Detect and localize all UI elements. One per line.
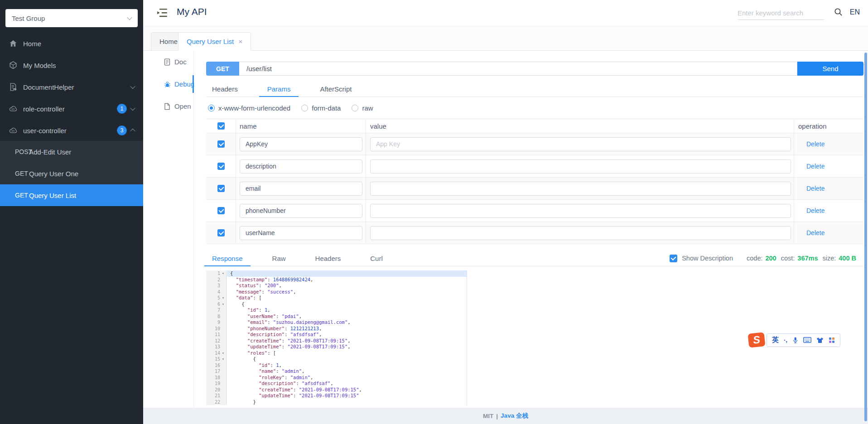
chevron-down-icon: [130, 84, 135, 89]
caret-spacer: [220, 362, 226, 369]
delete-link[interactable]: Delete: [806, 207, 825, 214]
sogou-logo-icon[interactable]: S: [747, 332, 765, 348]
row-checkbox[interactable]: [217, 185, 225, 192]
url-input[interactable]: [239, 62, 797, 76]
group-select[interactable]: Test Group: [5, 9, 138, 27]
mic-icon[interactable]: [792, 337, 798, 344]
line-gutter: 6▾: [206, 301, 227, 308]
fold-caret-icon[interactable]: ▾: [220, 295, 226, 301]
param-name-input[interactable]: [240, 182, 362, 196]
json-code: "message": "success",: [227, 289, 296, 295]
param-value-input[interactable]: [370, 182, 791, 196]
response-tab-headers[interactable]: Headers: [315, 251, 341, 266]
row-checkbox[interactable]: [217, 163, 225, 170]
json-code: "name": "admin",: [227, 368, 304, 375]
ime-language-mode[interactable]: 英: [772, 336, 779, 344]
json-code: "roleKey": "admin",: [227, 375, 313, 381]
delete-link[interactable]: Delete: [806, 229, 825, 236]
fold-caret-icon[interactable]: ▾: [220, 350, 226, 357]
param-value-input[interactable]: [370, 204, 791, 218]
panel-nav-label: Debug: [174, 80, 194, 88]
punctuation-icon[interactable]: ·,: [784, 337, 787, 343]
line-gutter: 22: [206, 399, 227, 405]
radio-raw[interactable]: [352, 105, 358, 111]
row-checkbox[interactable]: [217, 140, 225, 148]
param-value-input[interactable]: [370, 226, 791, 240]
fold-caret-icon[interactable]: ▾: [220, 356, 226, 362]
sidebar-item-documenthelper[interactable]: DocumentHelper: [0, 76, 143, 98]
close-tab-icon[interactable]: ×: [238, 38, 242, 45]
radio-label[interactable]: raw: [362, 104, 373, 112]
json-code: {: [227, 301, 245, 308]
chevron-down-icon: [127, 15, 132, 20]
api-item-query-user-list[interactable]: GETQuery User List: [0, 184, 143, 206]
json-code: "createTime": "2021-09-08T17:09:15",: [227, 387, 362, 393]
json-code: "phoneNumber": 1212121213,: [227, 326, 322, 332]
param-name-input[interactable]: [240, 137, 362, 151]
row-checkbox[interactable]: [217, 207, 225, 214]
menu-fold-icon[interactable]: [157, 8, 168, 18]
show-description-checkbox[interactable]: [670, 255, 677, 262]
param-value-input[interactable]: [370, 159, 791, 173]
line-number: 12: [206, 338, 220, 344]
response-tab-raw[interactable]: Raw: [272, 251, 286, 266]
line-gutter: 17: [206, 368, 227, 375]
ime-toolbar: S 英 ·,: [748, 333, 840, 347]
sidebar-item-role-controller[interactable]: APIrole-controller1: [0, 98, 143, 120]
radio-label[interactable]: form-data: [312, 104, 341, 112]
api-item-add-edit-user[interactable]: POSTAdd-Edit User: [0, 141, 143, 163]
json-code: "status": "200",: [227, 283, 282, 289]
response-tabs: Response Raw Headers Curl Show Descripti…: [206, 251, 863, 266]
apps-grid-icon[interactable]: [829, 337, 835, 343]
param-name-input[interactable]: [240, 159, 362, 173]
search-icon[interactable]: [834, 8, 843, 16]
response-stats: Show Description code: 200 cost: 367ms s…: [670, 255, 863, 262]
chevron-down-icon: [130, 106, 135, 111]
json-line: 4 "message": "success",: [206, 289, 863, 295]
line-number: 6: [206, 301, 220, 308]
json-line: 9 "email": "suzhou.daipeng@gmail.com",: [206, 319, 863, 326]
caret-spacer: [220, 344, 226, 350]
request-tab-headers[interactable]: Headers: [212, 82, 238, 96]
panel-nav-open[interactable]: Open: [143, 95, 193, 117]
method-button[interactable]: GET: [206, 62, 239, 76]
send-button[interactable]: Send: [797, 62, 863, 76]
json-line: 19 "description": "afsdfsaf",: [206, 381, 863, 387]
api-item-query-user-one[interactable]: GETQuery User One: [0, 163, 143, 184]
caret-spacer: [220, 381, 226, 387]
delete-link[interactable]: Delete: [806, 140, 825, 148]
fold-caret-icon[interactable]: ▾: [220, 270, 226, 277]
language-switch[interactable]: EN: [850, 8, 860, 16]
select-all-checkbox[interactable]: [217, 122, 225, 130]
json-code: "data": [: [227, 295, 262, 301]
skin-icon[interactable]: [816, 337, 824, 343]
row-checkbox[interactable]: [217, 229, 225, 236]
footer-link[interactable]: Java 全栈: [501, 412, 528, 420]
json-code: "email": "suzhou.daipeng@gmail.com",: [227, 319, 351, 326]
response-tab-response[interactable]: Response: [212, 251, 243, 266]
panel-nav-doc[interactable]: Doc: [143, 51, 193, 73]
delete-link[interactable]: Delete: [806, 163, 825, 170]
keyboard-icon[interactable]: [803, 337, 811, 343]
request-tab-params[interactable]: Params: [267, 82, 291, 96]
param-name-input[interactable]: [240, 226, 362, 240]
param-value-input[interactable]: [370, 137, 791, 151]
response-tab-curl[interactable]: Curl: [370, 251, 383, 266]
param-name-input[interactable]: [240, 204, 362, 218]
delete-link[interactable]: Delete: [806, 185, 825, 192]
svg-text:API: API: [11, 130, 14, 132]
panel-nav-debug[interactable]: Debug: [143, 73, 193, 95]
radio-form-data[interactable]: [301, 105, 308, 111]
json-code: "userName": "pdai",: [227, 313, 302, 320]
sidebar-item-home[interactable]: Home: [0, 33, 143, 54]
radio-label[interactable]: x-www-form-urlencoded: [218, 104, 290, 112]
request-tab-afterscript[interactable]: AfterScript: [320, 82, 352, 96]
radio-x-www-form-urlencoded[interactable]: [208, 105, 215, 111]
tab-query-user-list[interactable]: Query User List ×: [178, 32, 251, 51]
sidebar-item-my-models[interactable]: My Models: [0, 54, 143, 76]
sidebar-item-user-controller[interactable]: APIuser-controller3: [0, 120, 143, 141]
fold-caret-icon[interactable]: ▾: [220, 301, 226, 308]
scrollbar-thumb[interactable]: [864, 53, 867, 421]
search-input[interactable]: [738, 6, 825, 20]
sidebar-menu: HomeMy ModelsDocumentHelperAPIrole-contr…: [0, 33, 143, 141]
